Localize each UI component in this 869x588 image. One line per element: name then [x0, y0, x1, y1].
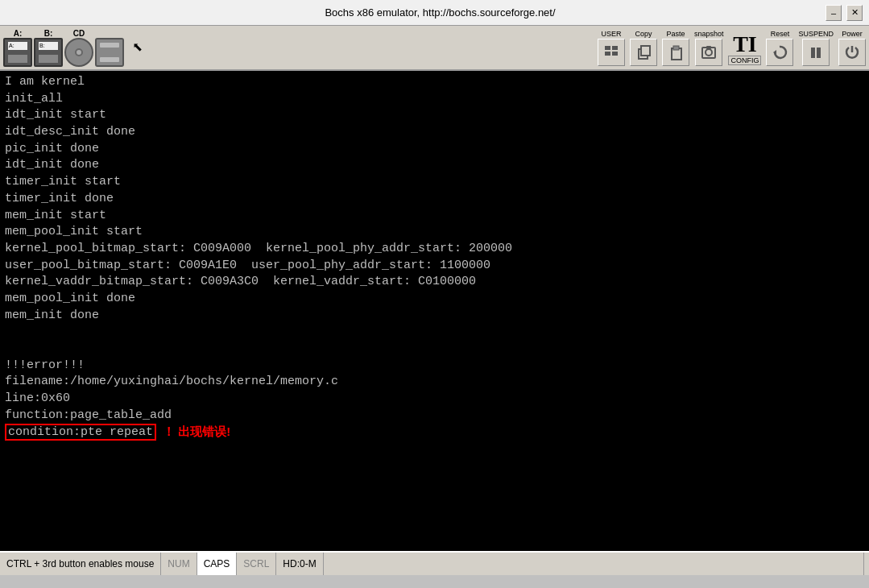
console-line-15: [5, 324, 864, 341]
svg-rect-2: [612, 46, 618, 50]
hdd-icon[interactable]: [95, 38, 124, 67]
paste-label: Paste: [666, 30, 685, 38]
hd-label: HD:0-M: [283, 558, 316, 569]
console-line-12: kernel_vaddr_bitmap_start: C009A3C0 kern…: [5, 274, 864, 291]
mouse-status: CTRL + 3rd button enables mouse: [5, 553, 161, 575]
num-status: NUM: [161, 553, 197, 575]
console-line-19: line:0x60: [5, 391, 864, 408]
config-label: CONFIG: [728, 56, 761, 65]
snapshot-button[interactable]: [695, 39, 722, 66]
console-line-20: function:page_table_add: [5, 408, 864, 424]
console-output: I am kernel init_all idt_init start idt_…: [5, 74, 864, 441]
power-button[interactable]: [838, 39, 866, 66]
minimize-button[interactable]: –: [826, 5, 842, 21]
svg-rect-1: [605, 52, 610, 56]
reset-button[interactable]: [766, 39, 793, 66]
scrl-label: SCRL: [243, 558, 269, 569]
suspend-button-group: SUSPEND: [798, 30, 834, 66]
cd-icon[interactable]: [64, 38, 93, 67]
console-line-1: init_all: [5, 91, 864, 108]
console-line-14: mem_init done: [5, 308, 864, 325]
svg-rect-10: [706, 46, 711, 49]
window-title: Bochs x86 emulator, http://bochs.sourcef…: [55, 6, 826, 19]
console-line-7: timer_init done: [5, 191, 864, 208]
console-line-18: filename:/home/yuxinghai/bochs/kernel/me…: [5, 374, 864, 391]
console-line-2: idt_init start: [5, 107, 864, 124]
snapshot-label: snapshot: [694, 30, 724, 38]
error-condition-line: condition:pte repeat ！ 出现错误!: [5, 424, 864, 441]
window-controls: – ✕: [826, 5, 863, 21]
console-line-4: pic_init done: [5, 141, 864, 158]
console-line-9: mem_pool_init start: [5, 224, 864, 241]
disk-b-label: B:: [44, 29, 53, 38]
svg-rect-13: [817, 48, 821, 58]
svg-rect-7: [673, 46, 679, 50]
reset-button-group: Reset: [766, 30, 793, 66]
svg-rect-12: [811, 48, 815, 58]
copy-button[interactable]: [630, 39, 657, 66]
copy-label: Copy: [635, 30, 652, 38]
user-label: USER: [601, 30, 621, 38]
floppy-b-icon[interactable]: B:: [34, 38, 63, 67]
svg-rect-0: [605, 46, 610, 50]
emulator-screen: I am kernel init_all idt_init start idt_…: [0, 71, 869, 551]
console-line-8: mem_init start: [5, 208, 864, 225]
caps-label: CAPS: [204, 558, 230, 569]
num-label: NUM: [168, 558, 189, 569]
svg-rect-5: [641, 46, 650, 56]
mouse-status-text: CTRL + 3rd button enables mouse: [6, 558, 154, 569]
svg-point-9: [706, 49, 712, 56]
disk-a-label: A:: [14, 29, 23, 38]
title-bar: Bochs x86 emulator, http://bochs.sourcef…: [0, 0, 869, 26]
power-button-group: Power: [838, 30, 866, 66]
close-button[interactable]: ✕: [846, 5, 863, 21]
console-line-5: idt_init done: [5, 157, 864, 174]
copy-button-group: Copy: [630, 30, 657, 66]
console-line-11: user_pool_bitmap_start: C009A1E0 user_po…: [5, 258, 864, 275]
paste-button-group: Paste: [662, 30, 689, 66]
error-message: ！ 出现错误!: [163, 424, 230, 440]
suspend-label: SUSPEND: [798, 30, 834, 38]
console-line-10: kernel_pool_bitmap_start: C009A000 kerne…: [5, 241, 864, 258]
user-button-group: USER: [598, 30, 625, 66]
status-bar: CTRL + 3rd button enables mouse NUM CAPS…: [0, 551, 869, 575]
hd-status: HD:0-M: [276, 553, 323, 575]
paste-button[interactable]: [662, 39, 689, 66]
svg-rect-3: [612, 52, 618, 56]
toolbar: A: A: B: B: CD: [0, 26, 869, 71]
console-line-16: [5, 341, 864, 358]
console-line-13: mem_pool_init done: [5, 291, 864, 308]
floppy-a-icon[interactable]: A:: [3, 38, 32, 67]
caps-status: CAPS: [197, 553, 238, 575]
condition-text: condition:pte repeat: [5, 424, 156, 441]
scrl-status: SCRL: [237, 553, 276, 575]
suspend-button[interactable]: [802, 39, 830, 66]
console-line-0: I am kernel: [5, 74, 864, 91]
disk-cd-label: CD: [73, 29, 85, 38]
console-line-17: !!!error!!!: [5, 358, 864, 375]
console-line-6: timer_init start: [5, 174, 864, 191]
snapshot-button-group: snapshot: [694, 30, 724, 66]
reset-label: Reset: [771, 30, 790, 38]
power-label: Power: [842, 30, 863, 38]
console-line-3: idt_desc_init done: [5, 124, 864, 141]
mouse-cursor-icon: ⬉: [132, 37, 143, 59]
user-button[interactable]: [598, 39, 625, 66]
